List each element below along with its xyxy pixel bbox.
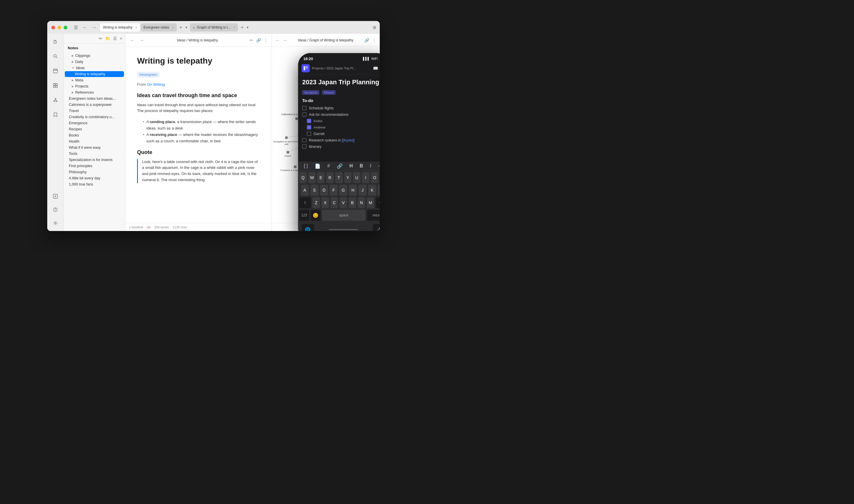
mobile-app-icon[interactable] [302,64,310,72]
key-a[interactable]: A [301,185,309,196]
tab-graph-close[interactable]: × [234,26,235,29]
checkbox-andrew[interactable]: ✓ [307,125,311,129]
check-ryokans[interactable]: Research ryokans in [[Kyoto]] [302,138,380,142]
checkbox-ryokans[interactable] [302,138,307,142]
check-keiko[interactable]: ✓ Keiko [307,119,380,123]
calendar-icon[interactable] [51,67,60,75]
sidebar-item-projects[interactable]: ▶ Projects [65,84,124,89]
tab-graph[interactable]: ◈ Graph of Writing is t... × [190,23,238,32]
key-c[interactable]: C [330,197,338,208]
check-ask-recommendations[interactable]: Ask for recommendations [302,112,380,117]
graph-more-icon[interactable]: ⋮ [372,38,376,42]
key-e[interactable]: E [317,172,325,183]
node-chasm[interactable] [286,151,289,154]
checkbox-schedule-flights[interactable] [302,106,307,110]
key-r[interactable]: R [326,172,334,183]
sidebar-toggle-icon[interactable]: ☰ [74,25,78,30]
layout-toggle-icon[interactable]: ⊞ [373,25,376,30]
new-note-icon[interactable]: ✏ [99,36,102,41]
key-globe[interactable]: 🌐 [302,224,314,231]
node-calmness[interactable] [295,117,298,120]
key-f[interactable]: F [330,185,338,196]
graph-link-icon[interactable]: 🔗 [364,38,369,42]
key-u[interactable]: U [353,172,361,183]
key-q[interactable]: Q [299,172,307,183]
key-t[interactable]: T [335,172,343,183]
sidebar-item-health[interactable]: Health [65,139,124,144]
key-z[interactable]: Z [312,197,320,208]
sidebar-item-1000-fans[interactable]: 1,000 true fans [65,181,124,187]
help-icon[interactable]: ? [51,205,60,214]
kbd-doc-icon[interactable]: 📄 [315,163,321,169]
checkbox-itinerary[interactable] [302,144,307,149]
backlinks-count[interactable]: 1 backlink [129,226,143,229]
node-navigation[interactable] [285,136,288,139]
git-icon[interactable] [51,96,60,104]
new-tab-graph-button[interactable]: + [239,24,246,31]
tab-writing-close[interactable]: × [135,26,137,29]
tab-evergreen-notes[interactable]: Evergreen notes × [141,23,177,32]
node-superorganism[interactable] [294,165,297,168]
key-space[interactable]: space [322,210,365,221]
check-andrew[interactable]: ✓ Andrew [307,125,380,129]
sidebar-item-calmness[interactable]: Calmness is a superpower [65,102,124,108]
kbd-tag-icon[interactable]: # [327,163,330,169]
sidebar-item-little-bit[interactable]: A little bit every day [65,175,124,181]
key-n[interactable]: N [358,197,365,208]
key-emoji[interactable]: 😊 [311,210,321,221]
sidebar-item-tools[interactable]: Tools [65,151,124,157]
key-d[interactable]: D [320,185,328,196]
note-nav-forward[interactable]: → [138,36,145,44]
note-nav-back[interactable]: ← [129,36,136,44]
key-k[interactable]: K [368,185,376,196]
sidebar-item-meta[interactable]: ▶ Meta [65,77,124,83]
key-delete[interactable]: ⌫ [376,197,380,208]
check-itinerary[interactable]: Itinerary [302,144,380,149]
tab-writing-telepathy[interactable]: Writing is telepathy × [100,23,140,32]
kbd-bold-icon[interactable]: B [360,163,363,169]
sidebar-item-creativity[interactable]: Creativity is combinatory u... [65,114,124,120]
edit-note-icon[interactable]: ✏ [250,38,253,42]
key-s[interactable]: S [310,185,319,196]
kbd-link-icon[interactable]: 🔗 [337,163,343,169]
mobile-tag-travel[interactable]: #travel [322,90,336,95]
key-o[interactable]: O [371,172,379,183]
key-shift[interactable]: ⇧ [299,197,311,208]
key-l[interactable]: L [378,185,380,196]
mobile-tag-projects[interactable]: #projects [302,90,320,95]
check-schedule-flights[interactable]: Schedule flights [302,106,380,110]
maximize-button[interactable] [63,26,67,30]
checkbox-ask-recommendations[interactable] [302,112,307,117]
check-garrett[interactable]: Garrett [307,131,380,136]
on-writing-link[interactable]: On Writing [147,82,165,87]
nav-forward-icon[interactable]: → [92,25,96,30]
key-v[interactable]: V [340,197,347,208]
mobile-book-icon[interactable]: 📖 [373,66,378,71]
sidebar-item-philosophy[interactable]: Philosophy [65,169,124,175]
key-j[interactable]: J [359,185,367,196]
sidebar-item-specialization[interactable]: Specialization is for insects [65,157,124,163]
new-folder-icon[interactable]: 📁 [105,36,110,41]
new-tab-button[interactable]: + [177,24,184,31]
tab-overflow-graph-chevron[interactable]: ▾ [247,25,249,30]
key-return[interactable]: return [367,210,380,221]
key-i[interactable]: I [362,172,369,183]
sidebar-item-clippings[interactable]: ▶ Clippings [65,53,124,59]
sort-icon[interactable]: ☰ [113,36,117,41]
search-icon[interactable] [51,52,60,61]
sidebar-item-first-principles[interactable]: First principles [65,163,124,169]
publish-icon[interactable] [51,192,60,201]
nav-back-icon[interactable]: ← [83,25,87,30]
sidebar-item-recipes[interactable]: Recipes [65,126,124,132]
sidebar-item-travel[interactable]: Travel [65,108,124,114]
key-m[interactable]: M [367,197,374,208]
kbd-bracket-icon[interactable]: [ ] [304,163,308,169]
graph-nav-forward[interactable]: → [282,38,287,43]
checkbox-garrett[interactable] [307,131,311,136]
kyoto-link[interactable]: [[Kyoto]] [342,138,355,142]
link-icon[interactable]: 🔗 [256,38,261,42]
key-b[interactable]: B [348,197,356,208]
close-sidebar-icon[interactable]: × [120,36,122,41]
minimize-button[interactable] [57,26,61,30]
key-x[interactable]: X [322,197,329,208]
